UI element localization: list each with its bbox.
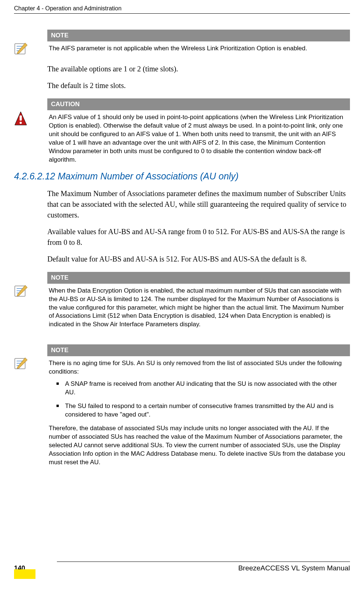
note-callout: NOTE The AIFS parameter is not applicabl… — [14, 30, 350, 57]
note-icon — [14, 272, 47, 329]
note-icon — [14, 30, 47, 57]
paragraph: The Maximum Number of Associations param… — [47, 188, 350, 220]
caution-title: CAUTION — [47, 98, 350, 110]
note-text: The AIFS parameter is not applicable whe… — [47, 41, 350, 53]
note-intro: There is no aging time for SUs. An SU is… — [49, 359, 348, 376]
note-body: NOTE When the Data Encryption Option is … — [47, 272, 350, 329]
footer: BreezeACCESS VL System Manual 140 — [14, 562, 350, 572]
pencil-note-icon — [14, 42, 27, 55]
note-bullet-list: A SNAP frame is received from another AU… — [49, 380, 348, 419]
note-title: NOTE — [47, 30, 350, 41]
manual-title: BreezeACCESS VL System Manual — [14, 564, 350, 572]
body-paragraphs: The Maximum Number of Associations param… — [47, 188, 350, 264]
caution-callout: CAUTION An AIFS value of 1 should only b… — [14, 98, 350, 164]
pencil-note-icon — [14, 357, 27, 370]
note-title: NOTE — [47, 272, 350, 284]
footer-color-bars — [14, 569, 57, 579]
yellow-bar — [14, 569, 35, 579]
footer-rule — [57, 562, 350, 562]
list-item: The SU failed to respond to a certain nu… — [56, 402, 348, 419]
paragraph: Default value for AU-BS and AU-SA is 512… — [47, 254, 350, 264]
caution-icon — [14, 98, 47, 164]
section-heading: 4.2.6.2.12 Maximum Number of Association… — [14, 171, 350, 182]
note-body: NOTE The AIFS parameter is not applicabl… — [47, 30, 350, 57]
note-body: NOTE There is no aging time for SUs. An … — [47, 344, 350, 466]
running-header: Chapter 4 - Operation and Administration — [14, 5, 350, 12]
note-callout: NOTE When the Data Encryption Option is … — [14, 272, 350, 329]
section-number: 4.2.6.2.12 — [14, 171, 55, 181]
page: Chapter 4 - Operation and Administration… — [0, 0, 364, 590]
spacer — [14, 336, 350, 344]
content-area: NOTE The AIFS parameter is not applicabl… — [14, 30, 350, 473]
note-outro: Therefore, the database of associated SU… — [49, 424, 348, 467]
body-paragraphs: The available options are 1 or 2 (time s… — [47, 64, 350, 91]
warning-triangle-icon — [14, 111, 27, 127]
note-text: There is no aging time for SUs. An SU is… — [47, 356, 350, 466]
note-title: NOTE — [47, 344, 350, 356]
paragraph: The available options are 1 or 2 (time s… — [47, 64, 350, 74]
svg-point-7 — [20, 122, 22, 124]
svg-rect-6 — [20, 115, 22, 121]
pencil-note-icon — [14, 284, 27, 298]
white-bar — [35, 569, 57, 579]
note-callout: NOTE There is no aging time for SUs. An … — [14, 344, 350, 466]
note-text: When the Data Encryption Option is enabl… — [47, 284, 350, 329]
header-rule — [14, 13, 350, 14]
paragraph: The default is 2 time slots. — [47, 80, 350, 91]
note-icon — [14, 344, 47, 466]
list-item: A SNAP frame is received from another AU… — [56, 380, 348, 397]
paragraph: Available values for AU-BS and AU-SA ran… — [47, 226, 350, 248]
chapter-title: Chapter 4 - Operation and Administration — [14, 5, 122, 11]
section-title: Maximum Number of Associations (AU only) — [58, 171, 239, 181]
caution-text: An AIFS value of 1 should only be used i… — [47, 110, 350, 164]
caution-body: CAUTION An AIFS value of 1 should only b… — [47, 98, 350, 164]
